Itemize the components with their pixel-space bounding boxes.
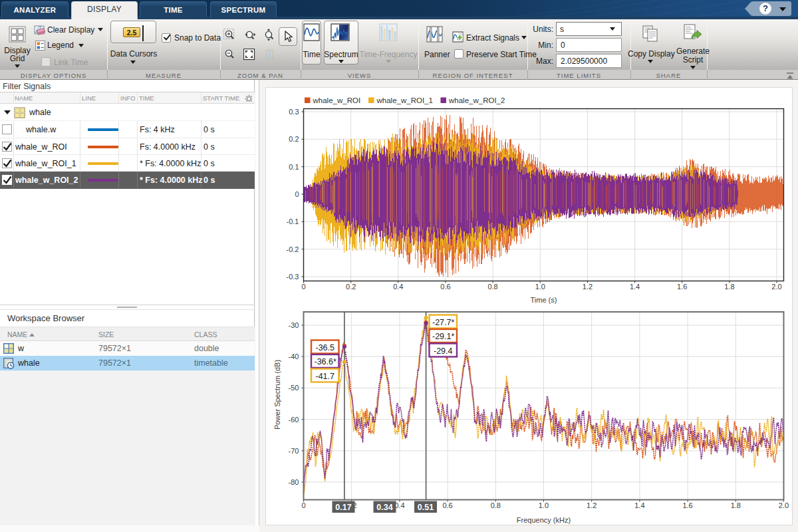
svg-text:Frequency (kHz): Frequency (kHz) (517, 516, 571, 524)
svg-text:0.3: 0.3 (289, 108, 299, 116)
svg-text:1.4: 1.4 (634, 501, 644, 509)
svg-text:1.0: 1.0 (535, 283, 545, 291)
svg-text:-0.1: -0.1 (287, 217, 299, 225)
svg-text:-80: -80 (289, 478, 299, 486)
svg-text:-29.1*: -29.1* (432, 332, 454, 341)
svg-text:0: 0 (301, 283, 305, 291)
svg-text:-70: -70 (289, 447, 299, 455)
svg-text:Time (s): Time (s) (531, 296, 557, 304)
svg-text:0.2: 0.2 (289, 135, 299, 143)
svg-text:1.6: 1.6 (677, 283, 687, 291)
svg-text:0.4: 0.4 (394, 501, 404, 509)
svg-text:0.8: 0.8 (491, 501, 501, 509)
svg-text:1.4: 1.4 (630, 283, 640, 291)
svg-text:Power Spectrum (dB): Power Spectrum (dB) (273, 360, 281, 430)
svg-text:2.0: 2.0 (779, 501, 789, 509)
svg-text:0.1: 0.1 (289, 163, 299, 171)
svg-text:-40: -40 (289, 352, 299, 360)
svg-text:1.8: 1.8 (731, 501, 741, 509)
svg-text:-27.7*: -27.7* (432, 318, 454, 327)
svg-text:-41.7: -41.7 (316, 372, 335, 381)
svg-text:whale_w_ROI_1: whale_w_ROI_1 (376, 96, 433, 104)
svg-text:-60: -60 (289, 416, 299, 424)
svg-text:1.0: 1.0 (539, 501, 549, 509)
svg-text:0.6: 0.6 (440, 283, 450, 291)
svg-text:-36.5: -36.5 (316, 343, 335, 352)
svg-text:1.8: 1.8 (724, 283, 734, 291)
svg-text:0.2: 0.2 (346, 283, 356, 291)
svg-text:1.2: 1.2 (583, 283, 593, 291)
svg-text:-30: -30 (289, 321, 299, 329)
svg-text:-0.3: -0.3 (287, 273, 299, 281)
svg-text:-0.2: -0.2 (287, 245, 299, 253)
svg-text:0.6: 0.6 (442, 501, 452, 509)
svg-text:2.0: 2.0 (771, 283, 781, 291)
svg-text:whale_w_ROI: whale_w_ROI (313, 96, 361, 104)
svg-text:-36.6*: -36.6* (315, 357, 336, 366)
svg-text:-50: -50 (289, 384, 299, 392)
svg-text:1.2: 1.2 (587, 501, 597, 509)
svg-text:0.4: 0.4 (393, 283, 403, 291)
svg-text:0.17: 0.17 (335, 503, 351, 512)
svg-text:0.51: 0.51 (418, 503, 434, 512)
svg-text:0.34: 0.34 (376, 503, 392, 512)
svg-text:-29.4: -29.4 (434, 346, 453, 356)
svg-text:whale_w_ROI_2: whale_w_ROI_2 (448, 96, 505, 104)
svg-text:1.6: 1.6 (682, 501, 692, 509)
svg-text:0.8: 0.8 (487, 283, 497, 291)
svg-text:0: 0 (301, 501, 305, 509)
svg-text:0: 0 (295, 190, 299, 198)
